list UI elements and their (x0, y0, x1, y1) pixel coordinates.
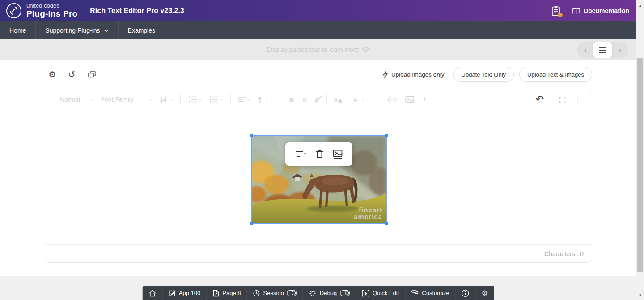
caret-down-icon: ▾ (199, 97, 202, 102)
plus-icon: + (422, 95, 427, 104)
strikethrough-button[interactable]: S (298, 96, 311, 103)
dots-vertical-icon: ⋮ (429, 96, 435, 103)
changelog-clipboard-icon[interactable]: ! (551, 5, 560, 16)
undo-icon: ↶ (536, 94, 544, 104)
devbar-page-label: Page 8 (222, 290, 241, 296)
strikethrough-label: S (302, 96, 307, 103)
font-size-dropdown[interactable]: 14 ▾ (156, 96, 177, 103)
rich-text-editor: Normal ▾ Font Family ▾ 14 ▾ ▾ (45, 90, 592, 263)
update-text-only-button[interactable]: Update Text Only (453, 67, 514, 82)
devbar-debug-button[interactable]: Debug (303, 286, 356, 300)
debug-toggle[interactable] (340, 290, 350, 296)
nav-item-home[interactable]: Home (0, 21, 36, 39)
clear-format-button[interactable]: A (311, 96, 323, 103)
devbar-settings-button[interactable]: ⚙ (476, 286, 494, 300)
chevron-right-icon: › (619, 45, 621, 55)
pager-prev-button[interactable]: ‹ (577, 42, 593, 58)
resize-handle-bottom-right[interactable] (385, 222, 388, 225)
toolbar-separator (346, 94, 346, 105)
nav-examples-label: Examples (128, 27, 155, 34)
upload-images-only-note: Upload images only (382, 71, 445, 78)
caret-down-icon: ▾ (248, 97, 250, 102)
toolbar-separator (230, 94, 231, 105)
image-align-dropdown[interactable] (296, 150, 306, 158)
scrollbar-down-arrow[interactable]: ▼ (636, 291, 644, 299)
tour-pager: ‹ › (577, 42, 628, 58)
insert-more-button[interactable]: + ⋮ (418, 95, 439, 104)
selected-image[interactable]: fineart america (252, 136, 386, 223)
bullet-list-icon (209, 96, 219, 103)
fullscreen-icon (559, 96, 566, 103)
resize-handle-bottom-left[interactable] (250, 222, 253, 225)
link-icon (387, 96, 397, 103)
brand-logo[interactable]: united codes Plug-ins Pro (0, 3, 77, 18)
character-count: Characters : 0 (544, 250, 584, 257)
bold-label: B (289, 96, 294, 103)
image-floating-toolbar (285, 142, 352, 166)
brand-bottom-text: Plug-ins Pro (26, 9, 77, 19)
pager-next-button[interactable]: › (612, 42, 628, 58)
devbar-app-button[interactable]: App 100 (162, 286, 207, 300)
numbered-list-button[interactable]: ▾ (184, 96, 206, 103)
upload-text-images-button[interactable]: Upload Text & Images (519, 67, 592, 82)
bold-button[interactable]: B (285, 96, 298, 103)
insert-image-button[interactable] (401, 96, 418, 103)
devbar-session-button[interactable]: Session (247, 286, 303, 300)
image-align-icon (296, 150, 306, 158)
align-dropdown[interactable]: ▾ (234, 96, 254, 103)
dots-vertical-icon: ⋮ (574, 95, 581, 104)
devbar-quick-edit-button[interactable]: Quick Edit (356, 286, 405, 300)
font-size-value: 14 (160, 96, 169, 103)
nav-item-supporting-plugins[interactable]: Supporting Plug-ins (36, 21, 118, 39)
toolbar-separator (551, 94, 551, 105)
edit-app-icon (168, 290, 176, 297)
notification-badge: ! (558, 13, 563, 17)
devbar-page-button[interactable]: Page 8 (207, 286, 247, 300)
guided-tour-label: Display guided tour to learn more (267, 46, 359, 53)
settings-gear-icon[interactable]: ⚙ (48, 70, 56, 79)
toolbar-more-button[interactable]: ⋮ (570, 95, 585, 104)
scrollbar-up-arrow[interactable]: ▲ (636, 2, 644, 9)
nav-item-examples[interactable]: Examples (119, 21, 165, 39)
app-header: united codes Plug-ins Pro Rich Text Edit… (0, 0, 636, 21)
pager-menu-button[interactable] (593, 42, 612, 58)
graduation-cap-icon (362, 47, 370, 53)
session-toggle[interactable] (287, 290, 297, 296)
color-droplet-icon (339, 99, 342, 103)
undo-button[interactable]: ↶ (532, 94, 548, 104)
guided-tour-link[interactable]: Display guided tour to learn more (267, 46, 369, 53)
resize-handle-top-right[interactable] (385, 134, 388, 137)
caret-down-icon: ▾ (221, 97, 223, 102)
font-color-button[interactable]: A (330, 96, 343, 103)
bullet-list-button[interactable]: ▾ (205, 96, 227, 103)
devbar-info-button[interactable] (456, 286, 476, 300)
insert-link-button[interactable] (383, 96, 401, 103)
font-family-dropdown[interactable]: Font Family ▾ (97, 96, 156, 103)
page-scrollbar[interactable]: ▲ ▼ (636, 0, 644, 300)
dots-vertical-icon: ⋮ (264, 96, 270, 103)
quick-edit-icon (362, 290, 369, 297)
caret-down-icon: ▾ (150, 97, 152, 102)
devbar-customize-button[interactable]: Customize (405, 286, 455, 300)
scrollbar-thumb[interactable] (637, 58, 643, 272)
rte-content-area[interactable]: fineart america (45, 109, 592, 244)
documentation-link[interactable]: Documentation (572, 7, 629, 14)
pilcrow-icon: ¶ (258, 96, 262, 103)
paragraph-settings-button[interactable]: ¶ ⋮ (254, 96, 274, 103)
developer-toolbar: App 100 Page 8 Session Debug (142, 286, 494, 300)
united-codes-logo-icon (6, 3, 21, 18)
font-family-value: Font Family (101, 96, 148, 103)
image-settings-button[interactable] (333, 150, 343, 159)
devbar-home-button[interactable] (143, 286, 162, 300)
image-settings-icon (333, 150, 343, 159)
resize-handle-top-left[interactable] (250, 134, 253, 137)
copy-duplicate-icon[interactable] (87, 70, 97, 78)
fullscreen-button[interactable] (555, 96, 570, 103)
lightning-bolt-icon (382, 71, 388, 78)
more-text-options-button[interactable]: A ⋮ (349, 96, 370, 103)
reset-restore-icon[interactable]: ↺ (68, 70, 76, 79)
upload-images-only-label: Upload images only (391, 71, 445, 78)
paragraph-style-dropdown[interactable]: Normal ▾ (56, 96, 97, 103)
watermark-line2: america (354, 213, 382, 220)
image-delete-button[interactable] (316, 150, 323, 159)
